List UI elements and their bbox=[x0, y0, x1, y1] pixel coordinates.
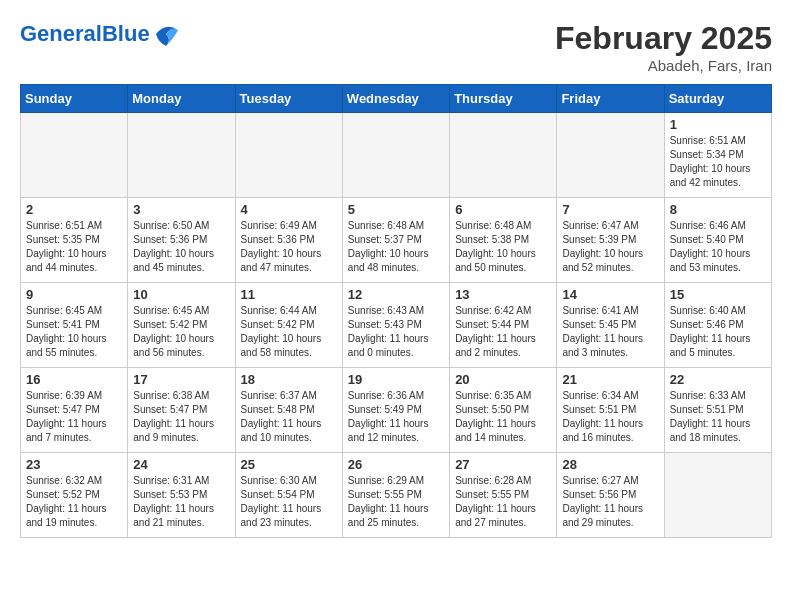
weekday-header: Sunday bbox=[21, 85, 128, 113]
day-number: 24 bbox=[133, 457, 229, 472]
week-row: 1Sunrise: 6:51 AM Sunset: 5:34 PM Daylig… bbox=[21, 113, 772, 198]
calendar-cell: 7Sunrise: 6:47 AM Sunset: 5:39 PM Daylig… bbox=[557, 198, 664, 283]
calendar-cell: 22Sunrise: 6:33 AM Sunset: 5:51 PM Dayli… bbox=[664, 368, 771, 453]
location: Abadeh, Fars, Iran bbox=[555, 57, 772, 74]
day-number: 8 bbox=[670, 202, 766, 217]
calendar-cell: 1Sunrise: 6:51 AM Sunset: 5:34 PM Daylig… bbox=[664, 113, 771, 198]
day-number: 13 bbox=[455, 287, 551, 302]
calendar-cell: 14Sunrise: 6:41 AM Sunset: 5:45 PM Dayli… bbox=[557, 283, 664, 368]
calendar-cell: 24Sunrise: 6:31 AM Sunset: 5:53 PM Dayli… bbox=[128, 453, 235, 538]
day-number: 14 bbox=[562, 287, 658, 302]
day-number: 7 bbox=[562, 202, 658, 217]
day-info: Sunrise: 6:30 AM Sunset: 5:54 PM Dayligh… bbox=[241, 474, 337, 530]
logo-text: GeneralBlue bbox=[20, 23, 150, 45]
logo-icon bbox=[152, 20, 180, 48]
calendar-header-row: SundayMondayTuesdayWednesdayThursdayFrid… bbox=[21, 85, 772, 113]
calendar-cell: 8Sunrise: 6:46 AM Sunset: 5:40 PM Daylig… bbox=[664, 198, 771, 283]
day-info: Sunrise: 6:38 AM Sunset: 5:47 PM Dayligh… bbox=[133, 389, 229, 445]
calendar-cell: 5Sunrise: 6:48 AM Sunset: 5:37 PM Daylig… bbox=[342, 198, 449, 283]
day-info: Sunrise: 6:47 AM Sunset: 5:39 PM Dayligh… bbox=[562, 219, 658, 275]
calendar-cell: 4Sunrise: 6:49 AM Sunset: 5:36 PM Daylig… bbox=[235, 198, 342, 283]
day-info: Sunrise: 6:51 AM Sunset: 5:34 PM Dayligh… bbox=[670, 134, 766, 190]
calendar-cell: 13Sunrise: 6:42 AM Sunset: 5:44 PM Dayli… bbox=[450, 283, 557, 368]
week-row: 16Sunrise: 6:39 AM Sunset: 5:47 PM Dayli… bbox=[21, 368, 772, 453]
calendar-cell: 2Sunrise: 6:51 AM Sunset: 5:35 PM Daylig… bbox=[21, 198, 128, 283]
calendar-cell: 15Sunrise: 6:40 AM Sunset: 5:46 PM Dayli… bbox=[664, 283, 771, 368]
day-info: Sunrise: 6:42 AM Sunset: 5:44 PM Dayligh… bbox=[455, 304, 551, 360]
day-info: Sunrise: 6:48 AM Sunset: 5:37 PM Dayligh… bbox=[348, 219, 444, 275]
day-info: Sunrise: 6:44 AM Sunset: 5:42 PM Dayligh… bbox=[241, 304, 337, 360]
day-number: 22 bbox=[670, 372, 766, 387]
calendar-cell: 3Sunrise: 6:50 AM Sunset: 5:36 PM Daylig… bbox=[128, 198, 235, 283]
calendar-cell: 20Sunrise: 6:35 AM Sunset: 5:50 PM Dayli… bbox=[450, 368, 557, 453]
day-number: 15 bbox=[670, 287, 766, 302]
calendar-cell: 21Sunrise: 6:34 AM Sunset: 5:51 PM Dayli… bbox=[557, 368, 664, 453]
calendar-cell: 12Sunrise: 6:43 AM Sunset: 5:43 PM Dayli… bbox=[342, 283, 449, 368]
logo: GeneralBlue bbox=[20, 20, 180, 48]
calendar-cell: 6Sunrise: 6:48 AM Sunset: 5:38 PM Daylig… bbox=[450, 198, 557, 283]
title-block: February 2025 Abadeh, Fars, Iran bbox=[555, 20, 772, 74]
day-number: 4 bbox=[241, 202, 337, 217]
day-info: Sunrise: 6:39 AM Sunset: 5:47 PM Dayligh… bbox=[26, 389, 122, 445]
logo-blue: Blue bbox=[102, 21, 150, 46]
calendar-cell: 11Sunrise: 6:44 AM Sunset: 5:42 PM Dayli… bbox=[235, 283, 342, 368]
calendar-cell bbox=[342, 113, 449, 198]
week-row: 23Sunrise: 6:32 AM Sunset: 5:52 PM Dayli… bbox=[21, 453, 772, 538]
day-number: 11 bbox=[241, 287, 337, 302]
day-number: 17 bbox=[133, 372, 229, 387]
calendar-table: SundayMondayTuesdayWednesdayThursdayFrid… bbox=[20, 84, 772, 538]
day-info: Sunrise: 6:50 AM Sunset: 5:36 PM Dayligh… bbox=[133, 219, 229, 275]
calendar-cell: 16Sunrise: 6:39 AM Sunset: 5:47 PM Dayli… bbox=[21, 368, 128, 453]
day-info: Sunrise: 6:41 AM Sunset: 5:45 PM Dayligh… bbox=[562, 304, 658, 360]
day-number: 5 bbox=[348, 202, 444, 217]
day-number: 19 bbox=[348, 372, 444, 387]
calendar-cell: 17Sunrise: 6:38 AM Sunset: 5:47 PM Dayli… bbox=[128, 368, 235, 453]
weekday-header: Friday bbox=[557, 85, 664, 113]
day-number: 6 bbox=[455, 202, 551, 217]
calendar-cell: 26Sunrise: 6:29 AM Sunset: 5:55 PM Dayli… bbox=[342, 453, 449, 538]
calendar-cell: 18Sunrise: 6:37 AM Sunset: 5:48 PM Dayli… bbox=[235, 368, 342, 453]
weekday-header: Monday bbox=[128, 85, 235, 113]
month-title: February 2025 bbox=[555, 20, 772, 57]
calendar-cell: 23Sunrise: 6:32 AM Sunset: 5:52 PM Dayli… bbox=[21, 453, 128, 538]
weekday-header: Saturday bbox=[664, 85, 771, 113]
day-number: 12 bbox=[348, 287, 444, 302]
day-number: 3 bbox=[133, 202, 229, 217]
day-info: Sunrise: 6:37 AM Sunset: 5:48 PM Dayligh… bbox=[241, 389, 337, 445]
day-info: Sunrise: 6:33 AM Sunset: 5:51 PM Dayligh… bbox=[670, 389, 766, 445]
day-info: Sunrise: 6:32 AM Sunset: 5:52 PM Dayligh… bbox=[26, 474, 122, 530]
day-info: Sunrise: 6:40 AM Sunset: 5:46 PM Dayligh… bbox=[670, 304, 766, 360]
page-header: GeneralBlue February 2025 Abadeh, Fars, … bbox=[20, 20, 772, 74]
day-info: Sunrise: 6:51 AM Sunset: 5:35 PM Dayligh… bbox=[26, 219, 122, 275]
day-info: Sunrise: 6:45 AM Sunset: 5:42 PM Dayligh… bbox=[133, 304, 229, 360]
calendar-cell: 9Sunrise: 6:45 AM Sunset: 5:41 PM Daylig… bbox=[21, 283, 128, 368]
day-number: 2 bbox=[26, 202, 122, 217]
calendar-cell: 10Sunrise: 6:45 AM Sunset: 5:42 PM Dayli… bbox=[128, 283, 235, 368]
day-number: 9 bbox=[26, 287, 122, 302]
day-number: 16 bbox=[26, 372, 122, 387]
calendar-cell: 25Sunrise: 6:30 AM Sunset: 5:54 PM Dayli… bbox=[235, 453, 342, 538]
calendar-cell: 28Sunrise: 6:27 AM Sunset: 5:56 PM Dayli… bbox=[557, 453, 664, 538]
weekday-header: Thursday bbox=[450, 85, 557, 113]
day-info: Sunrise: 6:49 AM Sunset: 5:36 PM Dayligh… bbox=[241, 219, 337, 275]
calendar-cell bbox=[450, 113, 557, 198]
day-info: Sunrise: 6:35 AM Sunset: 5:50 PM Dayligh… bbox=[455, 389, 551, 445]
calendar-cell bbox=[21, 113, 128, 198]
week-row: 2Sunrise: 6:51 AM Sunset: 5:35 PM Daylig… bbox=[21, 198, 772, 283]
weekday-header: Wednesday bbox=[342, 85, 449, 113]
day-info: Sunrise: 6:45 AM Sunset: 5:41 PM Dayligh… bbox=[26, 304, 122, 360]
day-info: Sunrise: 6:48 AM Sunset: 5:38 PM Dayligh… bbox=[455, 219, 551, 275]
calendar-cell bbox=[128, 113, 235, 198]
calendar-cell: 19Sunrise: 6:36 AM Sunset: 5:49 PM Dayli… bbox=[342, 368, 449, 453]
day-number: 25 bbox=[241, 457, 337, 472]
calendar-cell bbox=[235, 113, 342, 198]
day-number: 26 bbox=[348, 457, 444, 472]
day-info: Sunrise: 6:43 AM Sunset: 5:43 PM Dayligh… bbox=[348, 304, 444, 360]
day-info: Sunrise: 6:46 AM Sunset: 5:40 PM Dayligh… bbox=[670, 219, 766, 275]
calendar-cell: 27Sunrise: 6:28 AM Sunset: 5:55 PM Dayli… bbox=[450, 453, 557, 538]
day-info: Sunrise: 6:34 AM Sunset: 5:51 PM Dayligh… bbox=[562, 389, 658, 445]
day-number: 20 bbox=[455, 372, 551, 387]
day-info: Sunrise: 6:31 AM Sunset: 5:53 PM Dayligh… bbox=[133, 474, 229, 530]
day-number: 10 bbox=[133, 287, 229, 302]
calendar-cell bbox=[557, 113, 664, 198]
